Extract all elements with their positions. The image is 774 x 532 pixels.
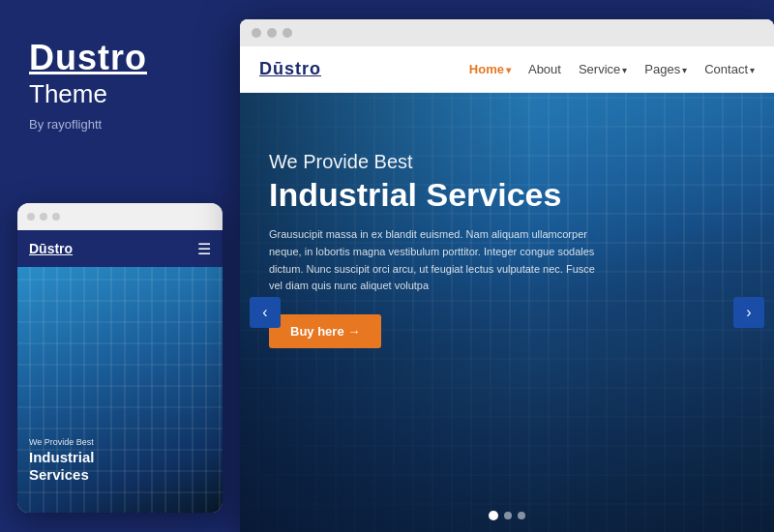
hero-content: We Provide Best Industrial Services Grau… [269,151,697,348]
nav-home-label: Home [469,62,504,76]
nav-about[interactable]: About [528,62,561,76]
desktop-dot-1 [252,28,261,38]
mobile-overlay-text: We Provide Best IndustrialServices [29,437,211,484]
hero-dots [489,511,525,520]
arrow-right-icon: › [746,304,751,321]
hero-dot-3[interactable] [518,512,525,519]
nav-contact-label: Contact [704,62,748,76]
hero-dot-1[interactable] [489,511,498,520]
mobile-dot-2 [40,213,47,221]
mobile-dot-1 [27,213,35,221]
mobile-titlebar [17,203,223,230]
arrow-left-icon: ‹ [262,304,267,321]
desktop-dot-3 [283,28,292,38]
desktop-dot-2 [267,28,277,38]
nav-service-label: Service [579,62,620,76]
buy-here-button[interactable]: Buy here → [269,314,381,348]
mobile-hero: We Provide Best IndustrialServices [17,267,223,513]
nav-service-arrow: ▾ [622,65,627,75]
desktop-hero: ‹ › We Provide Best Industrial Services … [240,93,774,532]
hero-title: Industrial Services [269,177,697,213]
mobile-logo: Dūstro [29,241,73,256]
nav-pages-arrow: ▾ [682,65,687,75]
nav-pages-label: Pages [644,62,680,76]
mobile-dot-3 [52,213,60,221]
desktop-mockup: Dūstro Home▾ About Service▾ Pages▾ Conta… [240,19,774,532]
nav-pages[interactable]: Pages▾ [644,62,687,76]
mobile-mockup: Dūstro ☰ We Provide Best IndustrialServi… [17,203,223,513]
nav-home[interactable]: Home▾ [469,62,511,76]
mobile-nav: Dūstro ☰ [17,230,223,267]
desktop-logo: Dūstro [259,59,321,79]
hero-prev-button[interactable]: ‹ [250,297,281,328]
left-panel: Dustro Theme By rayoflightt Dūstro ☰ We … [0,0,240,532]
desktop-titlebar [240,19,774,46]
hero-next-button[interactable]: › [733,297,764,328]
hero-dot-2[interactable] [504,512,512,519]
nav-contact[interactable]: Contact▾ [704,62,755,76]
nav-contact-arrow: ▾ [750,65,755,75]
brand-author: By rayoflightt [29,117,211,132]
brand-title: Dustro [29,39,211,77]
nav-home-arrow: ▾ [506,65,511,75]
nav-service[interactable]: Service▾ [579,62,627,76]
hero-subtitle: We Provide Best [269,151,697,173]
desktop-nav: Dūstro Home▾ About Service▾ Pages▾ Conta… [240,46,774,93]
hero-description: Grausucipit massa in ex blandit euismed.… [269,226,598,294]
mobile-hero-small: We Provide Best [29,437,211,447]
brand-subtitle: Theme [29,79,211,109]
desktop-nav-links: Home▾ About Service▾ Pages▾ Contact▾ [469,62,755,76]
mobile-hero-big: IndustrialServices [29,449,211,484]
hamburger-icon[interactable]: ☰ [197,240,211,258]
